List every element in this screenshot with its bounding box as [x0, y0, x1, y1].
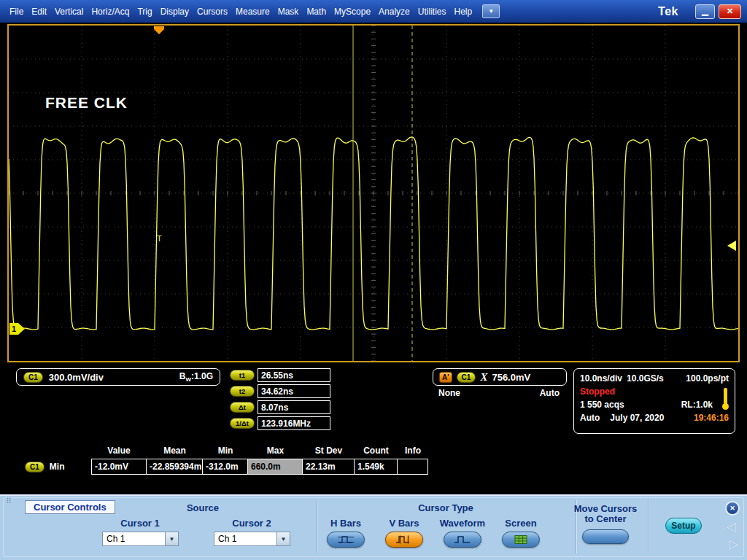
datetime-row: Auto July 07, 2020 19:46:16	[580, 413, 729, 424]
menu-item-display[interactable]: Display	[157, 4, 193, 19]
cursor-type-section-label: Cursor Type	[412, 502, 479, 513]
meas-header-info: Info	[398, 443, 428, 459]
chevron-down-icon: ▼	[488, 8, 494, 15]
move-cursors-label: Move Cursors to Center	[570, 504, 640, 524]
menu-item-horiz-acq[interactable]: Horiz/Acq	[88, 4, 133, 19]
cursor2-label: Cursor 2	[220, 518, 284, 529]
cursor2-source-select[interactable]: Ch 1 ▼	[214, 532, 290, 546]
menu-overflow-button[interactable]: ▼	[482, 4, 500, 18]
nav-next-icon[interactable]: ▷	[729, 538, 738, 551]
cursor-t2-row: t2 34.62ns	[230, 384, 330, 398]
cursor-readout: t1 26.55ns t2 34.62ns Δt 8.07ns 1/Δt 123…	[230, 368, 330, 430]
screen-type-label: Screen	[493, 518, 549, 529]
trigger-level-arrow[interactable]	[727, 241, 736, 251]
ch1-marker-number: 1	[12, 324, 16, 333]
meas-header-value: Value	[91, 443, 147, 459]
nav-previous-icon[interactable]: ◁	[727, 521, 736, 533]
meas-name: Min	[50, 462, 65, 472]
minimize-button[interactable]: ▁	[695, 4, 715, 19]
acquisition-count: 1 550 acqs	[580, 400, 624, 411]
waveform-type-label: Waveform	[435, 518, 490, 529]
inverse-dt-value: 123.916MHz	[258, 416, 330, 430]
move-cursors-button[interactable]	[582, 529, 629, 544]
v-bars-icon	[395, 534, 414, 545]
h-bars-button[interactable]	[327, 532, 365, 548]
cursor1-label: Cursor 1	[108, 518, 172, 529]
trigger-position-marker[interactable]	[154, 26, 164, 34]
cursor-freq-row: 1/Δt 123.916MHz	[230, 416, 330, 430]
cursor1-source-select[interactable]: Ch 1 ▼	[102, 532, 179, 546]
menu-item-help[interactable]: Help	[450, 4, 476, 19]
close-button[interactable]: ✕	[719, 4, 741, 19]
screen-type-control: Screen	[493, 518, 549, 548]
chevron-down-icon[interactable]: ▼	[165, 532, 179, 546]
menu-item-myscope[interactable]: MyScope	[330, 4, 374, 19]
sample-rate: 10.0GS/s	[627, 373, 664, 384]
meas-header-stdev: St Dev	[303, 443, 355, 459]
h-bars-label: H Bars	[318, 518, 374, 529]
acq-status-row: Stopped	[580, 386, 729, 397]
h-bars-icon	[336, 534, 355, 545]
waveform-type-button[interactable]	[444, 532, 481, 548]
meas-cell-count[interactable]: 1.549k	[355, 459, 398, 475]
waveform-type-control: Waveform	[435, 518, 490, 548]
menu-item-file[interactable]: File	[6, 4, 27, 19]
meas-cell-min[interactable]: -312.0m	[203, 459, 248, 475]
tek-logo: Tek	[658, 5, 678, 18]
cursor2-source-value: Ch 1	[214, 532, 276, 546]
trigger-readout-box: A' C1 X 756.0mV	[433, 368, 567, 386]
menu-item-edit[interactable]: Edit	[28, 4, 50, 19]
meas-cell-stdev[interactable]: 22.13m	[303, 459, 355, 475]
meas-cell-max[interactable]: 660.0m	[248, 459, 303, 475]
meas-header-max: Max	[248, 443, 303, 459]
panel-close-button[interactable]: ✕	[725, 501, 740, 516]
menu-item-cursors[interactable]: Cursors	[193, 4, 231, 19]
chevron-down-icon[interactable]: ▼	[276, 532, 290, 546]
dt-value: 8.07ns	[258, 400, 330, 414]
screen-type-button[interactable]	[502, 532, 540, 548]
h-bars-control: H Bars	[318, 518, 374, 548]
menu-item-utilities[interactable]: Utilities	[414, 4, 450, 19]
trigger-mode-label: Auto	[580, 413, 600, 424]
menu-item-math[interactable]: Math	[303, 4, 330, 19]
panel-grip-icon[interactable]: ⠿	[6, 497, 12, 506]
waveform-annotation: FREE CLK	[45, 94, 128, 112]
menu-item-mask[interactable]: Mask	[274, 4, 303, 19]
waveform-type-icon	[453, 534, 472, 545]
meas-cell-value[interactable]: -12.0mV	[91, 459, 147, 475]
t2-badge: t2	[230, 386, 255, 397]
tekscope-window: File Edit Vertical Horiz/Acq Trig Displa…	[0, 0, 747, 560]
v-bars-button[interactable]	[385, 532, 423, 548]
t1-badge: t1	[230, 370, 255, 381]
inverse-dt-badge: 1/Δt	[230, 418, 255, 429]
cursor1-source-value: Ch 1	[102, 532, 165, 546]
menu-bar: File Edit Vertical Horiz/Acq Trig Displa…	[0, 0, 747, 23]
measurement-table: Value Mean Min Max St Dev Count Info C1 …	[22, 443, 428, 475]
resolution: 100.0ps/pt	[686, 373, 729, 384]
trigger-source-badge: C1	[457, 372, 476, 383]
acquisition-status: Stopped	[580, 386, 615, 397]
meas-cell-info[interactable]	[398, 459, 428, 475]
cursor-controls-panel: ⠿ Cursor Controls Source Cursor 1 Cursor…	[0, 494, 747, 560]
trigger-level-value: 756.0mV	[492, 372, 530, 383]
menu-item-measure[interactable]: Measure	[232, 4, 274, 19]
v-bars-control: V Bars	[376, 518, 432, 548]
trigger-readout: A' C1 X 756.0mV None Auto	[433, 368, 567, 398]
meas-ch1-badge: C1	[25, 462, 44, 472]
ch1-bandwidth: BW:1.0G	[179, 371, 213, 383]
t2-value: 34.62ns	[258, 384, 330, 398]
timebase-row: 10.0ns/div 10.0GS/s 100.0ps/pt	[580, 373, 729, 384]
graticule-and-trace: T1	[9, 26, 738, 361]
menu-item-analyze[interactable]: Analyze	[375, 4, 414, 19]
waveform-display[interactable]: T1 FREE CLK	[7, 24, 740, 362]
time-label: 19:46:16	[694, 413, 729, 424]
meas-cell-mean[interactable]: -22.859394m	[147, 459, 203, 475]
cursor-t1-row: t1 26.55ns	[230, 368, 330, 382]
ch1-vertical-readout: C1 300.0mV/div BW:1.0G	[16, 368, 220, 386]
acq-count-row: 1 550 acqs RL:1.0k	[580, 400, 729, 411]
menu-item-trig[interactable]: Trig	[133, 4, 155, 19]
ch1-badge: C1	[23, 372, 43, 383]
date-label: July 07, 2020	[610, 413, 664, 424]
setup-button[interactable]: Setup	[665, 518, 702, 534]
menu-item-vertical[interactable]: Vertical	[51, 4, 87, 19]
